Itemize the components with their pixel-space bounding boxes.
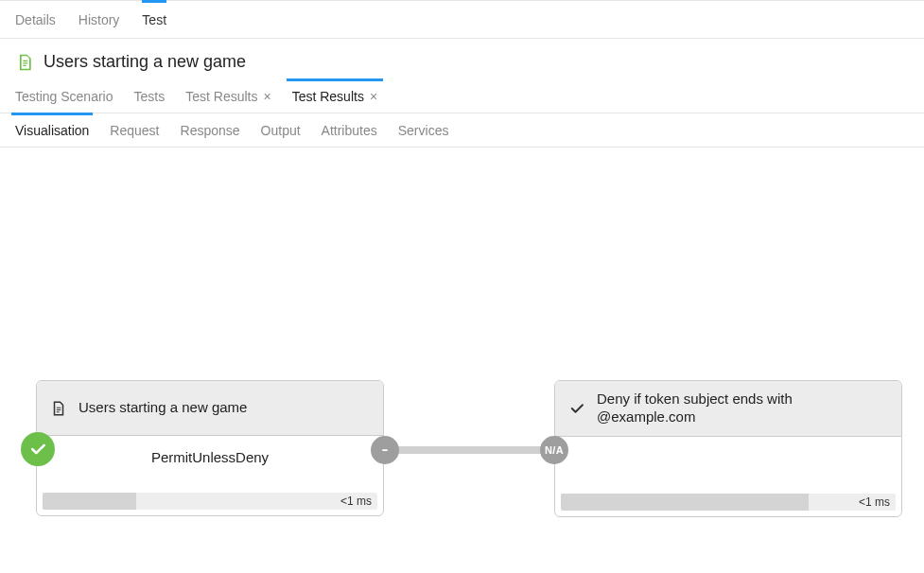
policy-card-left[interactable]: Users starting a new game PermitUnlessDe… xyxy=(36,380,384,516)
tab-response[interactable]: Response xyxy=(181,113,240,148)
tab-visualisation[interactable]: Visualisation xyxy=(15,113,89,148)
tab-test-results-2[interactable]: Test Results × xyxy=(292,79,377,113)
timing-bar: <1 ms xyxy=(561,494,896,511)
timing-label: <1 ms xyxy=(340,495,372,508)
timing-label: <1 ms xyxy=(859,495,890,509)
check-icon xyxy=(21,432,55,466)
document-icon xyxy=(15,53,34,72)
inner-tabs: Visualisation Request Response Output At… xyxy=(0,113,924,148)
tab-attributes[interactable]: Attributes xyxy=(322,113,377,148)
check-icon xyxy=(568,400,585,417)
close-icon[interactable]: × xyxy=(263,89,270,104)
tab-request[interactable]: Request xyxy=(110,113,159,148)
card-body xyxy=(555,437,901,490)
tab-label: Test Results xyxy=(185,89,257,104)
primary-tabs: Details History Test xyxy=(0,1,924,39)
card-body: PermitUnlessDeny xyxy=(37,436,383,489)
card-header: Users starting a new game xyxy=(37,381,383,436)
tab-services[interactable]: Services xyxy=(398,113,449,148)
tab-details[interactable]: Details xyxy=(15,1,56,39)
card-title: Users starting a new game xyxy=(78,399,247,417)
tab-label: Test Results xyxy=(292,89,364,104)
title-row: Users starting a new game xyxy=(0,39,924,79)
policy-card-right[interactable]: Deny if token subject ends with @example… xyxy=(554,380,902,517)
minus-icon xyxy=(371,436,399,464)
card-footer: <1 ms xyxy=(37,489,383,515)
visualisation-canvas[interactable]: Users starting a new game PermitUnlessDe… xyxy=(0,148,924,564)
tab-testing-scenario[interactable]: Testing Scenario xyxy=(15,79,113,113)
svg-rect-1 xyxy=(382,449,388,451)
document-icon xyxy=(50,400,67,417)
secondary-tabs: Testing Scenario Tests Test Results × Te… xyxy=(0,79,924,113)
card-header: Deny if token subject ends with @example… xyxy=(555,381,901,437)
card-footer: <1 ms xyxy=(555,490,901,516)
na-badge: N/A xyxy=(540,436,568,464)
na-label: N/A xyxy=(545,444,564,456)
close-icon[interactable]: × xyxy=(370,89,377,104)
decision-label: PermitUnlessDeny xyxy=(151,449,269,465)
tab-test-results-1[interactable]: Test Results × xyxy=(185,79,270,113)
connector-line xyxy=(384,446,556,454)
card-title: Deny if token subject ends with @example… xyxy=(597,391,888,426)
tab-output[interactable]: Output xyxy=(261,113,301,148)
timing-fill xyxy=(43,493,136,510)
timing-bar: <1 ms xyxy=(43,493,377,510)
timing-fill xyxy=(561,494,809,511)
page-title: Users starting a new game xyxy=(44,52,246,72)
tab-history[interactable]: History xyxy=(78,1,120,39)
tab-test[interactable]: Test xyxy=(142,1,166,39)
tab-tests[interactable]: Tests xyxy=(134,79,166,113)
